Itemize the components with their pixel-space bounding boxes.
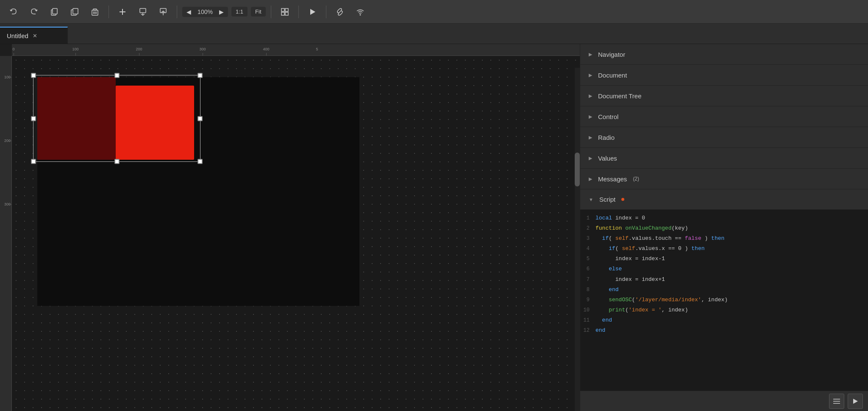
add-button[interactable] bbox=[114, 3, 131, 20]
code-token bbox=[595, 285, 609, 294]
handle-tm[interactable] bbox=[114, 73, 120, 78]
code-token: end bbox=[602, 316, 612, 325]
panel-values: ▶ Values bbox=[580, 148, 868, 169]
right-panel: ▶ Navigator ▶ Document ▶ Document Tree ▶… bbox=[580, 44, 868, 411]
code-line-12: 12end bbox=[580, 325, 868, 336]
line-number: 4 bbox=[580, 244, 595, 253]
control-label: Control bbox=[598, 113, 618, 120]
line-number: 12 bbox=[580, 326, 595, 335]
document-tree-label: Document Tree bbox=[598, 92, 642, 100]
redo-button[interactable] bbox=[25, 3, 42, 20]
link-button[interactable] bbox=[331, 3, 348, 20]
code-token: ( bbox=[615, 244, 622, 253]
copy-button[interactable] bbox=[46, 3, 63, 20]
code-token: ( bbox=[625, 305, 629, 315]
fit-button[interactable]: Fit bbox=[251, 7, 265, 17]
canvas-viewport[interactable] bbox=[12, 56, 580, 411]
code-token: print bbox=[609, 305, 625, 315]
code-token: , index) bbox=[701, 295, 728, 305]
stage[interactable] bbox=[37, 77, 359, 306]
code-line-8: 8 end bbox=[580, 285, 868, 295]
script-run-button[interactable] bbox=[848, 394, 863, 409]
code-token: .values.x == 0 ) bbox=[635, 244, 692, 253]
wifi-button[interactable] bbox=[352, 3, 369, 20]
panel-header-document[interactable]: ▶ Document bbox=[580, 65, 868, 85]
arrow-document: ▶ bbox=[589, 72, 592, 78]
handle-tl[interactable] bbox=[31, 73, 36, 78]
canvas-scrollbar[interactable] bbox=[575, 68, 580, 411]
arrow-messages: ▶ bbox=[589, 176, 592, 182]
code-token: , index) bbox=[662, 305, 688, 315]
line-number: 8 bbox=[580, 286, 595, 294]
svg-point-21 bbox=[359, 14, 361, 15]
panel-header-script[interactable]: ▼ Script bbox=[580, 189, 868, 210]
code-token: then bbox=[711, 234, 724, 243]
handle-mr[interactable] bbox=[198, 116, 203, 121]
panel-header-values[interactable]: ▶ Values bbox=[580, 148, 868, 168]
tab-close-button[interactable]: ✕ bbox=[33, 33, 37, 39]
delete-button[interactable] bbox=[86, 3, 103, 20]
code-token: index = 0 bbox=[612, 214, 645, 223]
code-token: onValueChanged bbox=[625, 224, 671, 233]
code-line-3: 3 if( self.values.touch == false ) then bbox=[580, 233, 868, 244]
canvas-scrollthumb[interactable] bbox=[575, 153, 580, 186]
svg-rect-15 bbox=[281, 8, 284, 11]
handle-tr[interactable] bbox=[198, 73, 203, 78]
duplicate-button[interactable] bbox=[66, 3, 83, 20]
zoom-group: ◀ 100% ▶ bbox=[182, 7, 228, 17]
tab-untitled[interactable]: Untitled ✕ bbox=[0, 27, 68, 44]
code-token: function bbox=[595, 224, 622, 233]
panel-script: ▼ Script 1local index = 02function onVal… bbox=[580, 189, 868, 411]
code-token: self bbox=[615, 234, 629, 243]
code-token: local bbox=[595, 214, 612, 223]
handle-bm[interactable] bbox=[114, 159, 120, 164]
handle-bl[interactable] bbox=[31, 159, 36, 164]
canvas-area[interactable]: 0 100 200 300 400 5 100 200 300 bbox=[0, 44, 580, 411]
panel-header-radio[interactable]: ▶ Radio bbox=[580, 127, 868, 147]
line-number: 5 bbox=[580, 255, 595, 263]
grid-button[interactable] bbox=[276, 3, 293, 20]
line-number: 11 bbox=[580, 316, 595, 325]
tabbar: Untitled ✕ bbox=[0, 24, 868, 44]
arrow-navigator: ▶ bbox=[589, 52, 592, 57]
code-token: ) bbox=[701, 234, 711, 243]
svg-line-20 bbox=[339, 11, 341, 13]
navigator-label: Navigator bbox=[598, 51, 625, 58]
zoom-value: 100% bbox=[195, 8, 216, 15]
code-editor[interactable]: 1local index = 02function onValueChanged… bbox=[580, 210, 868, 391]
import-button[interactable] bbox=[134, 3, 151, 20]
arrow-control: ▶ bbox=[589, 114, 592, 119]
code-token: sendOSC bbox=[609, 295, 632, 305]
code-line-6: 6 else bbox=[580, 264, 868, 274]
export-button[interactable] bbox=[155, 3, 172, 20]
zoom-prev-button[interactable]: ◀ bbox=[185, 8, 193, 16]
code-line-2: 2function onValueChanged(key) bbox=[580, 223, 868, 233]
script-menu-button[interactable] bbox=[829, 394, 844, 409]
code-line-10: 10 print('index = ', index) bbox=[580, 305, 868, 315]
panel-header-messages[interactable]: ▶ Messages (2) bbox=[580, 169, 868, 189]
messages-label: Messages bbox=[598, 175, 627, 183]
ruler-horizontal: 0 100 200 300 400 5 bbox=[12, 44, 580, 56]
divider4 bbox=[298, 6, 299, 18]
arrow-values: ▶ bbox=[589, 156, 592, 161]
radio-label: Radio bbox=[598, 134, 615, 141]
code-token: if bbox=[609, 244, 615, 253]
panel-header-navigator[interactable]: ▶ Navigator bbox=[580, 44, 868, 64]
code-token: then bbox=[691, 244, 704, 253]
panel-header-control[interactable]: ▶ Control bbox=[580, 106, 868, 127]
handle-br[interactable] bbox=[198, 159, 203, 164]
code-token bbox=[595, 316, 602, 325]
ratio-button[interactable]: 1:1 bbox=[231, 7, 248, 17]
divider3 bbox=[271, 6, 271, 18]
play-button[interactable] bbox=[304, 3, 321, 20]
code-token: if bbox=[602, 234, 609, 243]
document-label: Document bbox=[598, 72, 627, 79]
undo-button[interactable] bbox=[5, 3, 22, 20]
svg-rect-1 bbox=[53, 8, 57, 14]
line-number: 7 bbox=[580, 275, 595, 284]
divider2 bbox=[177, 6, 177, 18]
panel-header-document-tree[interactable]: ▶ Document Tree bbox=[580, 86, 868, 106]
handle-ml[interactable] bbox=[31, 116, 36, 121]
zoom-next-button[interactable]: ▶ bbox=[217, 8, 225, 16]
code-line-11: 11 end bbox=[580, 315, 868, 325]
